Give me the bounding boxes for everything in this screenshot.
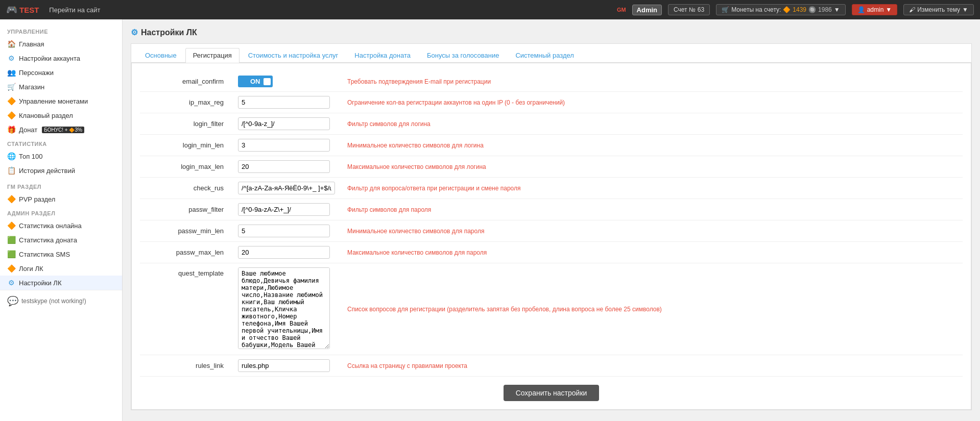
- settings-icon: ⚙: [7, 279, 15, 287]
- desc-rules-link: Ссылка на страницу с правилами проекта: [341, 355, 963, 377]
- tab-system[interactable]: Системный раздел: [508, 48, 581, 62]
- row-login-max-len: login_max_len Максимальное количество си…: [140, 156, 963, 178]
- cart-icon: 🛒: [722, 6, 729, 13]
- sidebar-item-clan[interactable]: 🔶 Клановый раздел: [0, 108, 122, 122]
- sidebar-item-shop[interactable]: 🛒 Магазин: [0, 80, 122, 94]
- input-cell-login-filter: [232, 113, 341, 135]
- input-cell-passw-min-len: [232, 220, 341, 242]
- tab-registration[interactable]: Регистрация: [185, 48, 240, 63]
- input-login-min-len[interactable]: [238, 139, 330, 152]
- pvp-icon: 🔶: [7, 195, 15, 203]
- input-cell-email-confirm: ON: [232, 71, 341, 92]
- input-rules-link[interactable]: [238, 359, 330, 372]
- input-passw-min-len[interactable]: [238, 225, 330, 237]
- sidebar-item-settings[interactable]: ⚙ Настройки ЛК: [0, 276, 122, 290]
- sidebar-item-stat-sms[interactable]: 🟩 Статистика SMS: [0, 247, 122, 261]
- coin-icon: 🔶: [7, 97, 15, 105]
- input-cell-passw-max-len: [232, 242, 341, 263]
- input-cell-passw-filter: [232, 199, 341, 220]
- desc-email-confirm: Требовать подтверждения E-mail при регис…: [341, 71, 963, 92]
- main-content: ⚙ Настройки ЛК Основные Регистрация Стои…: [123, 19, 980, 421]
- account-number: 63: [698, 6, 704, 13]
- label-login-min-len: login_min_len: [140, 135, 232, 156]
- form-panel: email_confirm ON Требовать подтверждения…: [131, 63, 971, 410]
- skype-icon: 💬: [7, 295, 18, 307]
- sidebar-item-home[interactable]: 🏠 Главная: [0, 37, 122, 51]
- donat-badge: БОНУС! + 🔶3%: [42, 127, 84, 133]
- tab-cost[interactable]: Стоимость и настройка услуг: [241, 48, 346, 62]
- sidebar-item-pvp[interactable]: 🔶 PVP раздел: [0, 192, 122, 206]
- input-cell-login-min-len: [232, 135, 341, 156]
- input-login-max-len[interactable]: [238, 160, 330, 173]
- admin-badge: Admin: [632, 5, 662, 15]
- row-login-filter: login_filter Фильтр символов для логина: [140, 113, 963, 135]
- stat-donat-icon: 🟩: [7, 236, 15, 244]
- sidebar-item-top100-label: Топ 100: [19, 153, 43, 160]
- row-passw-filter: passw_filter Фильтр символов для пароля: [140, 199, 963, 220]
- coins-label: Монеты на счету:: [731, 6, 781, 13]
- nav-site-link[interactable]: Перейти на сайт: [49, 6, 100, 14]
- label-passw-filter: passw_filter: [140, 199, 232, 220]
- sidebar-item-account[interactable]: ⚙ Настройки аккаунта: [0, 51, 122, 65]
- label-login-filter: login_filter: [140, 113, 232, 135]
- sidebar-item-stat-donat[interactable]: 🟩 Статистика доната: [0, 233, 122, 247]
- label-check-rus: check_rus: [140, 178, 232, 199]
- section-stats-title: СТАТИСТИКА: [0, 137, 122, 149]
- row-passw-min-len: passw_min_len Минимальное количество сим…: [140, 220, 963, 242]
- topnav: 🎮 TEST Перейти на сайт GM Admin Счет № 6…: [0, 0, 980, 19]
- sidebar-item-coins[interactable]: 🔶 Управление монетами: [0, 94, 122, 108]
- label-passw-min-len: passw_min_len: [140, 220, 232, 242]
- donat-icon: 🎁: [7, 126, 15, 134]
- sidebar-item-logs[interactable]: 🔶 Логи ЛК: [0, 261, 122, 276]
- account-label: Счет №: [674, 6, 696, 13]
- desc-quest-template: Список вопросов для регистрации (раздели…: [341, 263, 963, 355]
- coins-dropdown-icon: ▼: [834, 6, 840, 13]
- desc-login-min-len: Минимальное количество символов для логи…: [341, 135, 963, 156]
- input-check-rus[interactable]: [238, 182, 335, 194]
- toggle-email-confirm[interactable]: ON: [238, 76, 273, 87]
- sidebar-bottom: 💬 testskype (not working!): [0, 290, 122, 312]
- theme-btn[interactable]: 🖌 Изменить тему ▼: [903, 4, 974, 15]
- input-login-filter[interactable]: [238, 117, 330, 130]
- sidebar-item-donat[interactable]: 🎁 Донат БОНУС! + 🔶3%: [0, 122, 122, 137]
- label-rules-link: rules_link: [140, 355, 232, 377]
- desc-login-max-len: Максимальное количество символов для лог…: [341, 156, 963, 178]
- coins-btn[interactable]: 🛒 Монеты на счету: 🔶 1439 🔘 1986 ▼: [716, 4, 845, 15]
- form-table: email_confirm ON Требовать подтверждения…: [140, 71, 963, 377]
- tabs-panel: Основные Регистрация Стоимость и настрой…: [131, 43, 972, 410]
- tabs: Основные Регистрация Стоимость и настрой…: [131, 44, 971, 63]
- sidebar: УПРАВЛЕНИЕ 🏠 Главная ⚙ Настройки аккаунт…: [0, 19, 123, 421]
- input-cell-login-max-len: [232, 156, 341, 178]
- coins-gold: 1439: [793, 6, 806, 13]
- sidebar-item-shop-label: Магазин: [19, 83, 44, 91]
- tab-donat[interactable]: Настройка доната: [347, 48, 418, 62]
- save-button[interactable]: Сохранить настройки: [504, 385, 600, 401]
- globe-icon: 🌐: [7, 152, 15, 160]
- layout: УПРАВЛЕНИЕ 🏠 Главная ⚙ Настройки аккаунт…: [0, 19, 980, 421]
- sidebar-item-chars[interactable]: 👥 Персонажи: [0, 65, 122, 80]
- theme-label: Изменить тему: [917, 6, 960, 13]
- label-passw-max-len: passw_max_len: [140, 242, 232, 263]
- theme-dropdown-icon: ▼: [962, 6, 968, 13]
- textarea-quest-template[interactable]: Ваше любимое блюдо,Девичья фамилия матер…: [238, 267, 330, 349]
- stat-online-icon: 🔶: [7, 221, 15, 230]
- tab-basic[interactable]: Основные: [137, 48, 184, 62]
- home-icon: 🏠: [7, 40, 15, 48]
- account-btn[interactable]: Счет № 63: [668, 4, 710, 15]
- admin-user-label: admin: [867, 6, 884, 13]
- input-passw-max-len[interactable]: [238, 246, 330, 259]
- sidebar-item-pvp-label: PVP раздел: [19, 195, 55, 203]
- sidebar-item-history[interactable]: 📋 История действий: [0, 163, 122, 178]
- input-passw-filter[interactable]: [238, 203, 330, 216]
- sidebar-item-history-label: История действий: [19, 167, 75, 175]
- input-ip-max-reg[interactable]: [238, 96, 330, 109]
- admin-user-btn[interactable]: 👤 admin ▼: [852, 4, 898, 15]
- row-ip-max-reg: ip_max_reg Ограничение кол-ва регистраци…: [140, 92, 963, 113]
- sidebar-item-top100[interactable]: 🌐 Топ 100: [0, 149, 122, 163]
- gm-label: GM: [617, 7, 626, 13]
- sidebar-item-stat-online[interactable]: 🔶 Статистика онлайна: [0, 218, 122, 233]
- tab-bonus[interactable]: Бонусы за голосование: [419, 48, 507, 62]
- label-ip-max-reg: ip_max_reg: [140, 92, 232, 113]
- logo-icon: 🎮: [6, 4, 17, 15]
- sidebar-item-logs-label: Логи ЛК: [19, 265, 43, 273]
